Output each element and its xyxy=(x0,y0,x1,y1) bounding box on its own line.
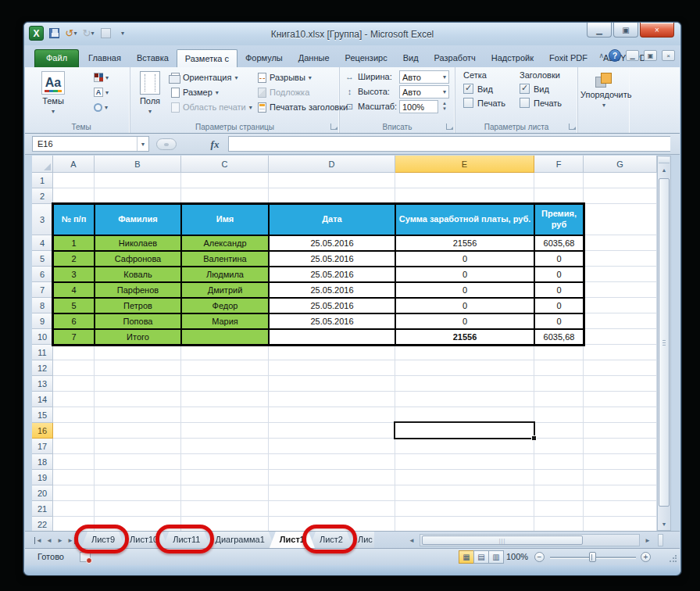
table-cell[interactable]: 2 xyxy=(53,251,95,267)
zoom-level-label[interactable]: 100% xyxy=(506,552,528,561)
gridlines-print-checkbox[interactable]: Печать xyxy=(463,98,505,108)
table-cell[interactable] xyxy=(181,329,269,345)
zoom-out-button[interactable]: − xyxy=(534,552,545,562)
ribbon-tab-Формулы[interactable]: Формулы xyxy=(238,49,291,67)
table-cell[interactable] xyxy=(269,329,395,345)
row-header-7[interactable]: 7 xyxy=(32,282,53,298)
table-cell[interactable]: Коваль xyxy=(95,267,181,282)
resize-grip-icon[interactable] xyxy=(669,555,677,563)
print-titles-button[interactable]: Печатать заголовки xyxy=(258,101,348,113)
redo-button[interactable]: ↻▾ xyxy=(81,27,95,41)
table-cell[interactable]: 25.05.2016 xyxy=(269,251,395,267)
table-cell[interactable]: Петров xyxy=(95,298,181,313)
zoom-slider-track[interactable] xyxy=(550,557,636,558)
close-button[interactable]: × xyxy=(640,23,674,38)
minimize-button[interactable]: ▁ xyxy=(587,23,612,38)
row-header-14[interactable]: 14 xyxy=(32,392,53,407)
select-all-corner[interactable] xyxy=(32,156,53,173)
vertical-scrollbar[interactable]: ▲ ▼ xyxy=(657,156,671,531)
collapse-ribbon-icon[interactable]: ∧ xyxy=(598,52,604,59)
ribbon-tab-Главная[interactable]: Главная xyxy=(80,49,129,67)
table-cell[interactable]: 0 xyxy=(534,282,584,298)
row-header-20[interactable]: 20 xyxy=(32,485,53,501)
table-cell[interactable]: 1 xyxy=(53,235,95,251)
restore-button[interactable]: ▣ xyxy=(613,23,638,38)
scroll-up-icon[interactable]: ▲ xyxy=(658,167,670,173)
worksheet-grid[interactable]: № п/пФамилияИмяДатаСумма заработной плат… xyxy=(32,156,657,531)
print-area-button[interactable]: Область печати▾ xyxy=(171,101,252,113)
column-header-G[interactable]: G xyxy=(584,156,657,173)
theme-colors-button[interactable]: ▾ xyxy=(94,71,109,84)
undo-button[interactable]: ↺▾ xyxy=(64,27,78,41)
theme-fonts-button[interactable]: А▾ xyxy=(94,86,109,98)
table-cell[interactable]: Валентина xyxy=(181,251,269,267)
table-cell[interactable]: 0 xyxy=(395,313,534,329)
table-cell[interactable]: 0 xyxy=(395,251,534,267)
row-header-11[interactable]: 11 xyxy=(32,345,53,360)
horizontal-scrollbar[interactable]: ||| xyxy=(420,534,640,546)
margins-button[interactable]: Поля▾ xyxy=(135,69,165,119)
width-select[interactable]: Авто▾ xyxy=(399,70,449,84)
name-box[interactable]: E16 ▼ xyxy=(32,136,149,152)
table-cell[interactable]: 3 xyxy=(53,267,95,282)
table-cell[interactable]: 21556 xyxy=(395,235,534,251)
row-header-12[interactable]: 12 xyxy=(32,360,53,376)
table-cell[interactable]: 0 xyxy=(534,251,584,267)
scale-input[interactable]: 100% xyxy=(399,100,438,113)
tab-scroll-left-icon[interactable]: ◄ xyxy=(406,535,417,546)
gridlines-view-checkbox[interactable]: Вид xyxy=(463,84,505,94)
ribbon-tab-Foxit PDF[interactable]: Foxit PDF xyxy=(541,49,595,67)
table-cell[interactable]: Итого xyxy=(95,329,181,345)
table-cell[interactable]: Николаев xyxy=(95,235,181,251)
table-cell[interactable]: Людмила xyxy=(181,267,269,282)
column-header-F[interactable]: F xyxy=(534,156,584,173)
qat-customize-button[interactable]: ▾ xyxy=(116,27,130,41)
row-header-3[interactable]: 3 xyxy=(32,204,53,235)
sheet-tab-Диаграмма1[interactable]: Диаграмма1 xyxy=(205,532,275,548)
table-tool-icon[interactable] xyxy=(98,27,112,41)
breaks-button[interactable]: Разрывы▾ xyxy=(258,71,312,84)
ribbon-tab-Вид[interactable]: Вид xyxy=(395,49,427,67)
table-cell[interactable]: 0 xyxy=(534,298,584,313)
table-cell[interactable]: 4 xyxy=(53,282,95,298)
table-cell[interactable]: 7 xyxy=(53,329,95,345)
table-cell[interactable]: 0 xyxy=(395,267,534,282)
workbook-restore-button[interactable]: ▣ xyxy=(644,50,657,61)
scale-spinner[interactable]: ▲▼ xyxy=(442,101,447,112)
table-cell[interactable]: Федор xyxy=(181,298,269,313)
arrange-button[interactable]: Упорядочить▾ xyxy=(580,69,628,119)
vertical-split-handle[interactable] xyxy=(659,157,670,163)
first-sheet-button[interactable]: ◄ xyxy=(33,535,44,546)
zoom-slider-thumb[interactable] xyxy=(589,552,596,562)
headings-view-checkbox[interactable]: Вид xyxy=(520,84,562,94)
row-header-18[interactable]: 18 xyxy=(32,454,53,470)
ribbon-tab-Разработч[interactable]: Разработч xyxy=(427,49,484,67)
row-header-15[interactable]: 15 xyxy=(32,407,53,423)
table-cell[interactable]: 5 xyxy=(53,298,95,313)
save-button[interactable] xyxy=(47,27,61,41)
themes-button[interactable]: Aa Темы▾ xyxy=(37,69,70,119)
prev-sheet-button[interactable]: ◄ xyxy=(44,535,55,546)
horizontal-split-handle[interactable] xyxy=(658,534,663,546)
ribbon-tab-Данные[interactable]: Данные xyxy=(291,49,338,67)
normal-view-button[interactable]: ▦ xyxy=(459,550,474,564)
table-cell[interactable]: 0 xyxy=(534,313,584,329)
column-header-A[interactable]: A xyxy=(53,156,95,173)
row-header-2[interactable]: 2 xyxy=(32,188,53,204)
table-cell[interactable]: 25.05.2016 xyxy=(269,313,395,329)
ribbon-tab-Вставка[interactable]: Вставка xyxy=(129,49,177,67)
row-header-16[interactable]: 16 xyxy=(32,423,53,439)
row-header-19[interactable]: 19 xyxy=(32,470,53,485)
table-cell[interactable]: Александр xyxy=(181,235,269,251)
table-cell[interactable]: Дмитрий xyxy=(181,282,269,298)
page-break-view-button[interactable]: ▥ xyxy=(488,550,504,564)
theme-effects-button[interactable]: ▾ xyxy=(94,101,108,113)
height-select[interactable]: Авто▾ xyxy=(399,85,449,98)
row-header-9[interactable]: 9 xyxy=(32,313,53,329)
vertical-scroll-thumb[interactable] xyxy=(659,178,670,507)
formula-input[interactable] xyxy=(228,136,670,152)
help-icon[interactable]: ? xyxy=(609,49,621,62)
column-header-E[interactable]: E xyxy=(395,156,534,173)
headings-print-checkbox[interactable]: Печать xyxy=(520,98,562,108)
ribbon-tab-Надстройк[interactable]: Надстройк xyxy=(484,49,541,67)
